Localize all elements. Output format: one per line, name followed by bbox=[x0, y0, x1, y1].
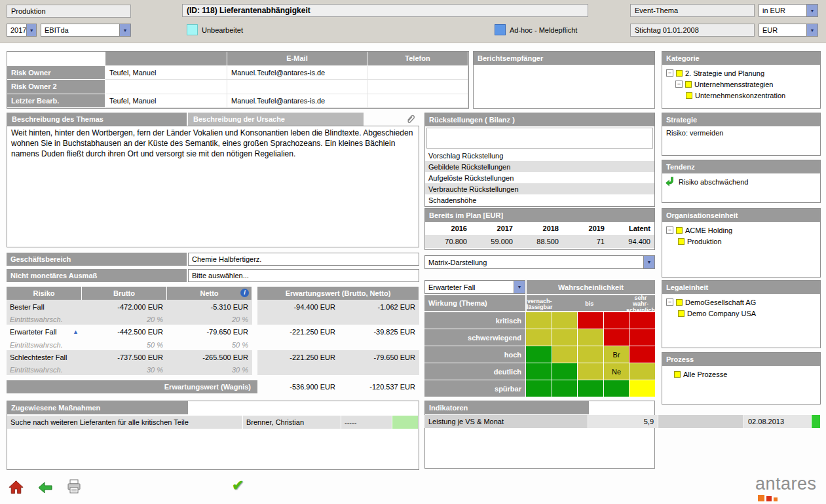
collapse-icon[interactable]: − bbox=[666, 69, 673, 77]
info-icon[interactable]: i bbox=[240, 289, 249, 297]
plan-value[interactable]: 94.400 bbox=[609, 238, 654, 245]
matrix-cell[interactable] bbox=[552, 380, 578, 397]
collapse-icon[interactable]: − bbox=[666, 226, 673, 234]
chevron-down-icon[interactable]: ▼ bbox=[806, 24, 817, 36]
attachment-icon[interactable] bbox=[405, 113, 416, 126]
bester-prob-netto[interactable]: 20 % bbox=[167, 314, 252, 325]
risk-owner-email[interactable]: Manuel.Teufel@antares-is.de bbox=[227, 66, 367, 81]
kpi-select[interactable]: EBITda ▼ bbox=[41, 24, 131, 37]
indicator-row[interactable]: Leistung je VS & Monat 5,9 02.08.2013 bbox=[424, 415, 821, 428]
matrix-cell[interactable] bbox=[604, 312, 629, 329]
matrix-cell[interactable] bbox=[552, 346, 578, 363]
matrix-cell[interactable] bbox=[526, 363, 552, 380]
schlecht-prob-netto[interactable]: 30 % bbox=[167, 364, 252, 375]
matrix-cell[interactable] bbox=[526, 380, 552, 397]
row-schlechtester-fall[interactable]: Schlechtester Fall bbox=[7, 350, 82, 364]
event-thema-field[interactable]: Event-Thema bbox=[630, 4, 755, 17]
erwartet-prob-brutto[interactable]: 50 % bbox=[82, 339, 167, 350]
legal-item[interactable]: − DemoGesellschaft AG bbox=[664, 297, 819, 308]
matrix-cell[interactable] bbox=[552, 329, 578, 346]
matrix-case-select[interactable]: Erwarteter Fall ▼ bbox=[424, 280, 525, 294]
row-bester-fall[interactable]: Bester Fall bbox=[7, 300, 82, 314]
matrix-cell[interactable] bbox=[578, 312, 603, 329]
legal-item[interactable]: Demo Company USA bbox=[664, 308, 819, 319]
matrix-cell[interactable] bbox=[552, 363, 578, 380]
matrix-cell[interactable] bbox=[578, 346, 603, 363]
risk-owner2-name[interactable] bbox=[105, 80, 227, 94]
area-field[interactable]: Produktion bbox=[7, 5, 131, 18]
plan-value[interactable]: 71 bbox=[563, 238, 609, 245]
matrix-cell[interactable] bbox=[629, 346, 655, 363]
geschaeftsbereich-value[interactable]: Chemie Halbfertigerz. bbox=[188, 253, 419, 266]
matrix-cell[interactable] bbox=[578, 329, 603, 346]
currency-mode-select[interactable]: in EUR ▼ bbox=[759, 4, 818, 17]
kategorie-item[interactable]: − Unternehmensstrategien bbox=[664, 79, 819, 90]
collapse-icon[interactable]: − bbox=[675, 81, 683, 88]
matrix-cell[interactable] bbox=[552, 312, 578, 329]
kategorie-item[interactable]: − 2. Strategie und Planung bbox=[664, 67, 819, 79]
matrix-cell[interactable] bbox=[629, 312, 655, 329]
prozess-item[interactable]: Alle Prozesse bbox=[664, 369, 819, 380]
bester-brutto[interactable]: -472.000 EUR bbox=[82, 300, 167, 314]
plan-value[interactable]: 59.000 bbox=[471, 238, 517, 245]
risk-owner2-phone[interactable] bbox=[367, 80, 468, 94]
massnahme-row[interactable]: Suche nach weiteren Lieferanten für alle… bbox=[7, 416, 419, 429]
schlecht-brutto[interactable]: -737.500 EUR bbox=[82, 350, 167, 364]
schlecht-prob-brutto[interactable]: 30 % bbox=[82, 364, 167, 375]
print-button[interactable] bbox=[66, 478, 82, 494]
matrix-cell[interactable] bbox=[629, 380, 655, 397]
matrix-cell[interactable]: Ne bbox=[604, 363, 629, 380]
matrix-cell[interactable] bbox=[629, 329, 655, 346]
matrix-cell[interactable] bbox=[526, 346, 552, 363]
matrix-cell[interactable]: Br bbox=[604, 346, 629, 363]
row-erwarteter-fall[interactable]: Erwarteter Fall ▲ bbox=[7, 325, 82, 339]
list-item[interactable]: Verbrauchte Rückstellungen bbox=[425, 183, 654, 194]
matrix-cell[interactable] bbox=[526, 329, 552, 346]
kategorie-item[interactable]: Unternehmenskonzentration bbox=[664, 90, 819, 101]
erwartet-prob-netto[interactable]: 50 % bbox=[167, 339, 252, 350]
risk-title-field[interactable]: (ID: 118) Lieferantenabhängigkeit bbox=[182, 4, 588, 17]
org-item[interactable]: − ACME Holding bbox=[664, 225, 819, 236]
risk-owner2-email[interactable] bbox=[227, 80, 367, 94]
back-button[interactable] bbox=[37, 481, 53, 494]
plan-value[interactable]: 70.800 bbox=[425, 238, 471, 245]
matrix-cell[interactable] bbox=[578, 363, 603, 380]
risk-owner-phone[interactable] bbox=[367, 66, 468, 81]
year-select[interactable]: 2017 ▼ bbox=[7, 24, 37, 37]
berichtsempfaenger-body[interactable] bbox=[474, 65, 654, 108]
bester-prob-brutto[interactable]: 20 % bbox=[82, 314, 167, 325]
currency-select[interactable]: EUR ▼ bbox=[759, 24, 818, 37]
matrix-cell[interactable] bbox=[604, 329, 629, 346]
schlecht-netto[interactable]: -265.500 EUR bbox=[167, 350, 252, 364]
tab-beschreibung-thema[interactable]: Beschreibung des Themas bbox=[7, 113, 187, 126]
org-item[interactable]: Produktion bbox=[664, 236, 819, 247]
chevron-down-icon[interactable]: ▼ bbox=[119, 24, 130, 36]
collapse-icon[interactable]: − bbox=[666, 298, 673, 306]
risk-owner-name[interactable]: Teufel, Manuel bbox=[105, 66, 227, 81]
erwartet-netto[interactable]: -79.650 EUR bbox=[167, 325, 252, 339]
chevron-down-icon[interactable]: ▼ bbox=[806, 5, 817, 16]
beschreibung-text[interactable]: Weit hinten, hinter den Wortbergen, fern… bbox=[7, 126, 419, 247]
plan-value[interactable]: 88.500 bbox=[517, 238, 563, 245]
list-item[interactable]: Vorschlag Rückstellung bbox=[425, 150, 654, 161]
list-item[interactable]: Aufgelöste Rückstellungen bbox=[425, 172, 654, 183]
rueckstellungen-input[interactable] bbox=[426, 128, 653, 149]
chevron-down-icon[interactable]: ▼ bbox=[514, 281, 525, 293]
list-item[interactable]: Schadenshöhe bbox=[425, 194, 654, 206]
matrix-cell[interactable] bbox=[604, 380, 629, 397]
stichtag-field[interactable]: Stichtag 01.01.2008 bbox=[630, 24, 755, 37]
matrix-cell[interactable] bbox=[526, 312, 552, 329]
bester-netto[interactable]: -5.310 EUR bbox=[167, 300, 252, 314]
chevron-down-icon[interactable]: ▼ bbox=[643, 256, 654, 268]
erwartet-brutto[interactable]: -442.500 EUR bbox=[82, 325, 167, 339]
chevron-down-icon[interactable]: ▼ bbox=[26, 24, 36, 36]
confirm-check-icon[interactable]: ✔ bbox=[232, 477, 244, 494]
area-label: Produktion bbox=[11, 7, 46, 15]
matrix-display-select[interactable]: Matrix-Darstellung ▼ bbox=[424, 255, 655, 269]
home-button[interactable] bbox=[8, 479, 25, 496]
list-item[interactable]: Gebildete Rückstellungen bbox=[425, 161, 654, 172]
nicht-monetaer-value[interactable]: Bitte auswählen... bbox=[188, 269, 419, 282]
tab-beschreibung-ursache[interactable]: Beschreibung der Ursache bbox=[188, 113, 364, 126]
matrix-cell[interactable] bbox=[629, 363, 655, 380]
matrix-cell[interactable] bbox=[578, 380, 603, 397]
